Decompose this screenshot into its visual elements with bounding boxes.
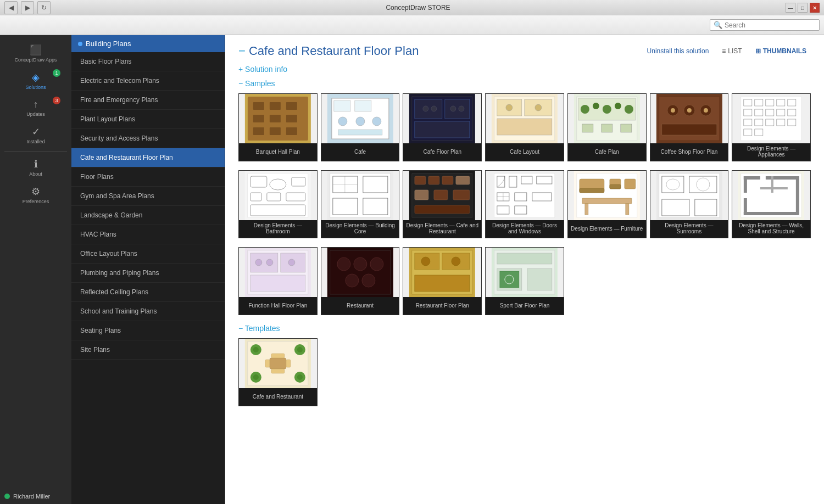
sidebar-updates-label: Updates [26,111,45,117]
sample-designwalls-label: Design Elements — Walls, Shell and Struc… [732,220,810,238]
thumbnails-view-button[interactable]: ⊞ THUMBNAILS [751,45,811,57]
header-bullet [78,42,82,46]
sidebar-item-hvac[interactable]: HVAC Plans [71,225,225,244]
back-button[interactable]: ◀ [4,1,18,14]
forward-button[interactable]: ▶ [21,1,34,14]
sample-designappliances[interactable]: Design Elements — Appliances [732,93,811,161]
svg-point-53 [687,108,691,113]
svg-rect-18 [338,130,382,135]
solutions-badge: 1 [53,69,60,77]
sidebar-item-seating[interactable]: Seating Plans [71,321,225,340]
sample-designbuilding-label: Design Elements — Building Core [321,220,399,238]
sample-cafefp[interactable]: Cafe Floor Plan [403,93,482,161]
sidebar-item-office[interactable]: Office Layout Plans [71,244,225,264]
sidebar-item-installed[interactable]: ✓ Installed [0,121,71,149]
svg-point-25 [431,106,437,111]
window-title: ConceptDraw STORE [51,4,786,12]
sample-coffeeshop[interactable]: Coffee Shop Floor Plan [650,93,729,161]
sample-designfurniture-img [568,171,646,220]
svg-rect-183 [271,369,285,373]
svg-rect-3 [270,102,281,110]
minimize-button[interactable]: — [786,3,795,13]
svg-point-41 [615,103,621,109]
sample-designwalls-img [732,171,810,220]
sample-restaurantfp[interactable]: Restaurant Floor Plan [403,247,482,315]
sidebar-item-floor[interactable]: Floor Plans [71,167,225,187]
svg-rect-10 [286,127,297,135]
svg-rect-119 [610,184,621,189]
svg-rect-8 [253,127,264,135]
sample-designfurniture[interactable]: Design Elements — Furniture [567,170,647,238]
sidebar-item-gym[interactable]: Gym and Spa Area Plans [71,187,225,206]
refresh-button[interactable]: ↻ [37,1,51,14]
sample-designwalls[interactable]: Design Elements — Walls, Shell and Struc… [732,170,811,238]
title-bar-nav[interactable]: ◀ ▶ ↻ [4,1,51,14]
sidebar-item-security[interactable]: Security and Access Plans [71,129,225,148]
solution-info-toggle[interactable]: + Solution info [238,65,811,74]
svg-point-174 [253,347,259,352]
view-controls: ≡ LIST ⊞ THUMBNAILS [717,45,811,57]
sidebar-item-about[interactable]: ℹ About [0,154,71,181]
svg-rect-95 [442,176,453,184]
search-box[interactable]: 🔍 [710,19,820,31]
sample-restaurant-label: Restaurant [321,297,399,315]
sample-designsunrooms[interactable]: Design Elements — Sunrooms [650,170,729,238]
svg-point-15 [338,117,347,126]
close-button[interactable]: ✕ [810,3,820,13]
templates-toggle[interactable]: − Templates [238,324,811,333]
sidebar-item-updates[interactable]: ↑ Updates 3 [0,94,71,121]
sample-cateplan[interactable]: Cafe Plan [567,93,647,161]
svg-rect-139 [796,176,799,215]
sidebar-item-electric[interactable]: Electric and Telecom Plans [71,71,225,91]
svg-rect-184 [265,360,270,367]
maximize-button[interactable]: □ [798,3,808,13]
svg-rect-14 [355,100,371,111]
sidebar-item-preferences[interactable]: ⚙ Preferences [0,181,71,209]
svg-point-155 [346,274,359,287]
template-caferestraurant[interactable]: Cafe and Restaurant [238,338,318,406]
preferences-icon: ⚙ [31,186,40,198]
sample-banquet-label: Banquet Hall Plan [239,143,317,161]
sample-cafe[interactable]: Cafe [321,93,400,161]
search-input[interactable] [725,21,816,29]
sidebar-preferences-label: Preferences [23,199,49,204]
svg-rect-138 [744,212,799,215]
sidebar-item-cafe[interactable]: Cafe and Restaurant Floor Plan [71,148,225,167]
uninstall-link[interactable]: Uninstall this solution [647,47,709,55]
samples-toggle[interactable]: − Samples [238,79,811,88]
sample-designbathroom[interactable]: Design Elements — Bathroom [238,170,318,238]
svg-rect-5 [253,115,264,122]
sample-functionhall-img [239,248,317,297]
sample-banquet[interactable]: Banquet Hall Plan [238,93,318,161]
window-controls[interactable]: — □ ✕ [786,3,820,13]
solutions-icon: ◈ [32,71,40,83]
sidebar-item-site[interactable]: Site Plans [71,340,225,360]
sample-designbuilding-img [321,171,399,220]
svg-point-147 [255,259,262,266]
sample-designbathroom-img [239,171,317,220]
sample-functionhall[interactable]: Function Hall Floor Plan [238,247,318,315]
svg-rect-151 [330,250,391,294]
sidebar-item-apps[interactable]: ⬛ ConceptDraw Apps [0,40,71,67]
sidebar-item-school[interactable]: School and Training Plans [71,302,225,321]
sample-designcafe[interactable]: Design Elements — Cafe and Restaurant [403,170,482,238]
list-view-button[interactable]: ≡ LIST [717,45,746,57]
svg-point-40 [603,105,611,114]
sample-cafelayout[interactable]: Cafe Layout [485,93,564,161]
sidebar-item-solutions[interactable]: ◈ Solutions 1 [0,67,71,94]
sidebar-item-fire[interactable]: Fire and Emergency Plans [71,91,225,110]
sidebar-item-plumbing[interactable]: Plumbing and Piping Plans [71,264,225,283]
sidebar-item-plant[interactable]: Plant Layout Plans [71,110,225,129]
sample-coffeeshop-img [650,94,728,143]
sample-designdoors[interactable]: Design Elements — Doors and Windows [485,170,564,238]
svg-point-163 [452,257,460,266]
sample-designbuilding[interactable]: Design Elements — Building Core [321,170,400,238]
sidebar-item-reflected[interactable]: Reflected Ceiling Plans [71,283,225,302]
sample-restaurant[interactable]: Restaurant [321,247,400,315]
svg-point-149 [288,259,295,266]
svg-point-42 [625,105,633,114]
list-icon: ≡ [722,47,726,55]
sidebar-item-landscape[interactable]: Landscape & Garden [71,206,225,225]
sidebar-item-basic[interactable]: Basic Floor Plans [71,52,225,71]
sample-sportbar[interactable]: Sport Bar Floor Plan [485,247,564,315]
